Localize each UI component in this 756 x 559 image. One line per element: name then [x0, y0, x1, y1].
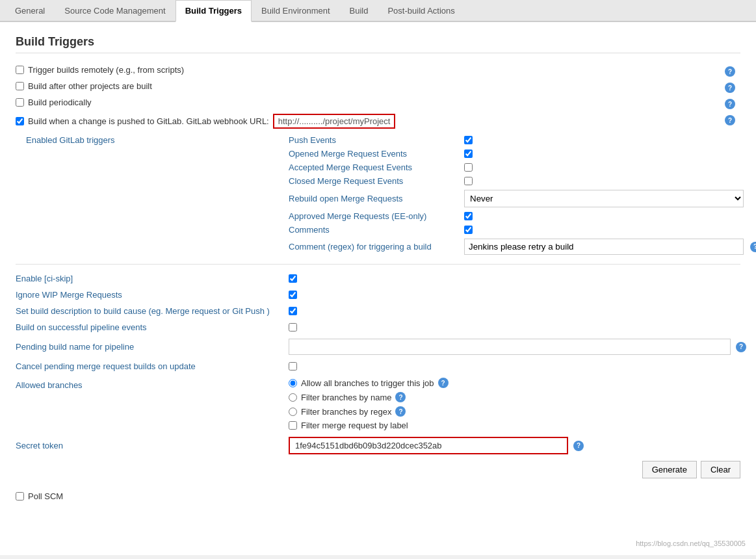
- secret-token-input[interactable]: [289, 437, 568, 454]
- closed-mr-row: Closed Merge Request Events: [289, 176, 756, 186]
- tab-source-code[interactable]: Source Code Management: [55, 0, 175, 22]
- ci-skip-control: [289, 274, 297, 283]
- main-content: Build Triggers Trigger builds remotely (…: [0, 22, 756, 555]
- approved-mr-label: Approved Merge Requests (EE-only): [289, 211, 458, 221]
- generate-button[interactable]: Generate: [642, 461, 697, 478]
- gitlab-triggers-container: Enabled GitLab triggers Push Events Open…: [16, 135, 740, 255]
- set-build-desc-checkbox[interactable]: [289, 307, 297, 315]
- page-title: Build Triggers: [16, 35, 740, 53]
- comment-regex-input[interactable]: [464, 239, 744, 255]
- tab-post-build[interactable]: Post-build Actions: [378, 0, 464, 22]
- cancel-pending-control: [289, 362, 297, 370]
- filter-by-regex-help-icon[interactable]: ?: [395, 406, 406, 417]
- allowed-branches-control: Allow all branches to trigger this job ?…: [289, 378, 449, 430]
- allow-all-row: Allow all branches to trigger this job ?: [289, 378, 449, 388]
- ci-skip-checkbox[interactable]: [289, 274, 297, 283]
- build-after-help-icon[interactable]: ?: [725, 83, 735, 93]
- set-build-desc-control: [289, 307, 297, 315]
- filter-by-name-radio[interactable]: [289, 393, 297, 402]
- pending-build-input[interactable]: [289, 339, 731, 355]
- cancel-pending-row: Cancel pending merge request builds on u…: [16, 361, 740, 371]
- filter-merge-label-checkbox[interactable]: [289, 421, 297, 430]
- pending-build-help-icon[interactable]: ?: [736, 342, 746, 352]
- ci-skip-label: Enable [ci-skip]: [16, 274, 289, 283]
- build-gitlab-label[interactable]: Build when a change is pushed to GitLab.…: [16, 116, 269, 126]
- poll-scm-label[interactable]: Poll SCM: [16, 491, 63, 501]
- comment-regex-row: Comment (regex) for triggering a build ?: [289, 239, 756, 255]
- webhook-url: http://........../project/myProject: [273, 114, 396, 129]
- triggers-section: Push Events Opened Merge Request Events …: [289, 135, 756, 255]
- comment-regex-label: Comment (regex) for triggering a build: [289, 242, 458, 252]
- tab-build-triggers[interactable]: Build Triggers: [176, 0, 252, 22]
- set-build-desc-row: Set build description to build cause (eg…: [16, 306, 740, 316]
- closed-mr-checkbox[interactable]: [464, 177, 473, 185]
- allow-all-radio[interactable]: [289, 379, 297, 387]
- ci-skip-row: Enable [ci-skip]: [16, 274, 740, 283]
- allow-all-label: Allow all branches to trigger this job: [301, 378, 434, 388]
- allow-all-help-icon[interactable]: ?: [438, 378, 449, 388]
- build-on-pipeline-checkbox[interactable]: [289, 323, 297, 332]
- filter-by-name-help-icon[interactable]: ?: [395, 392, 406, 402]
- opened-mr-row: Opened Merge Request Events: [289, 149, 756, 159]
- push-events-checkbox[interactable]: [464, 136, 473, 144]
- set-build-desc-label: Set build description to build cause (eg…: [16, 306, 289, 316]
- build-on-pipeline-control: [289, 323, 297, 332]
- filter-by-regex-radio[interactable]: [289, 408, 297, 416]
- build-periodically-checkbox[interactable]: [16, 98, 24, 107]
- trigger-remotely-row: Trigger builds remotely (e.g., from scri…: [16, 65, 740, 75]
- rebuild-mr-label: Rebuild open Merge Requests: [289, 194, 458, 203]
- rebuild-select[interactable]: Never On push to source branch On push t…: [464, 190, 744, 207]
- pending-build-row: Pending build name for pipeline ?: [16, 339, 740, 355]
- filter-by-name-label: Filter branches by name: [301, 393, 391, 402]
- tabs-bar: General Source Code Management Build Tri…: [0, 0, 756, 22]
- cancel-pending-label: Cancel pending merge request builds on u…: [16, 361, 289, 371]
- push-events-row: Push Events: [289, 135, 756, 145]
- closed-mr-label: Closed Merge Request Events: [289, 176, 458, 186]
- secret-token-help-icon[interactable]: ?: [573, 441, 584, 451]
- tab-general[interactable]: General: [5, 0, 55, 22]
- filter-merge-label-row: Filter merge request by label: [289, 421, 408, 430]
- comments-row: Comments: [289, 225, 756, 235]
- watermark: https://blog.csdn.net/qq_35530005: [636, 540, 746, 547]
- filter-by-regex-label: Filter branches by regex: [301, 407, 391, 417]
- build-after-other-label[interactable]: Build after other projects are built: [16, 81, 152, 91]
- cancel-pending-checkbox[interactable]: [289, 362, 297, 370]
- build-periodically-label[interactable]: Build periodically: [16, 98, 92, 107]
- secret-token-row: Secret token ?: [16, 437, 740, 454]
- comments-checkbox[interactable]: [464, 226, 473, 234]
- opened-mr-label: Opened Merge Request Events: [289, 149, 458, 159]
- poll-scm-checkbox[interactable]: [16, 492, 24, 500]
- comment-regex-help-icon[interactable]: ?: [750, 242, 756, 252]
- tab-build-environment[interactable]: Build Environment: [252, 0, 340, 22]
- accepted-mr-checkbox[interactable]: [464, 163, 473, 172]
- build-gitlab-row: Build when a change is pushed to GitLab.…: [16, 114, 740, 129]
- approved-mr-checkbox[interactable]: [464, 212, 473, 220]
- opened-mr-checkbox[interactable]: [464, 150, 473, 158]
- enabled-gitlab-triggers-label: Enabled GitLab triggers: [16, 135, 289, 255]
- build-periodically-row: Build periodically ?: [16, 98, 740, 107]
- accepted-mr-label: Accepted Merge Request Events: [289, 162, 458, 172]
- filter-merge-label: Filter merge request by label: [301, 421, 408, 430]
- build-after-other-row: Build after other projects are built ?: [16, 81, 740, 91]
- filter-by-regex-row: Filter branches by regex ?: [289, 406, 406, 417]
- bottom-bar: Generate Clear: [16, 461, 740, 478]
- ignore-wip-row: Ignore WIP Merge Requests: [16, 290, 740, 300]
- ignore-wip-control: [289, 291, 297, 299]
- pending-build-control: ?: [289, 339, 746, 355]
- build-after-other-checkbox[interactable]: [16, 82, 24, 90]
- clear-button[interactable]: Clear: [701, 461, 740, 478]
- build-periodically-help-icon[interactable]: ?: [725, 99, 735, 109]
- tab-build[interactable]: Build: [340, 0, 378, 22]
- push-events-label: Push Events: [289, 135, 458, 145]
- secret-token-label: Secret token: [16, 441, 289, 450]
- accepted-mr-row: Accepted Merge Request Events: [289, 162, 756, 172]
- ignore-wip-checkbox[interactable]: [289, 291, 297, 299]
- trigger-remotely-checkbox[interactable]: [16, 66, 24, 74]
- build-gitlab-checkbox[interactable]: [16, 117, 24, 125]
- trigger-remotely-label[interactable]: Trigger builds remotely (e.g., from scri…: [16, 65, 184, 75]
- trigger-remotely-help-icon[interactable]: ?: [725, 66, 735, 77]
- allowed-branches-row: Allowed branches Allow all branches to t…: [16, 378, 740, 430]
- approved-mr-row: Approved Merge Requests (EE-only): [289, 211, 756, 221]
- build-gitlab-help-icon[interactable]: ?: [725, 115, 735, 125]
- comments-label: Comments: [289, 225, 458, 235]
